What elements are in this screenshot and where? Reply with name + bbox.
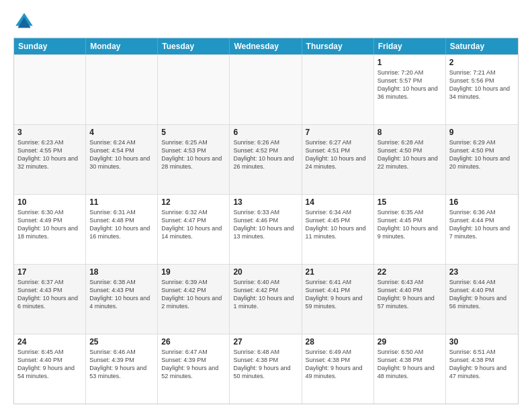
cell-info: Sunrise: 6:30 AM Sunset: 4:49 PM Dayligh… xyxy=(17,208,82,241)
cal-cell-r2-c2: 12Sunrise: 6:32 AM Sunset: 4:47 PM Dayli… xyxy=(158,195,230,264)
day-number: 1 xyxy=(378,58,442,67)
cell-info: Sunrise: 6:26 AM Sunset: 4:52 PM Dayligh… xyxy=(233,138,298,171)
header xyxy=(13,11,519,32)
cell-info: Sunrise: 6:32 AM Sunset: 4:47 PM Dayligh… xyxy=(161,208,226,241)
cell-info: Sunrise: 6:24 AM Sunset: 4:54 PM Dayligh… xyxy=(89,138,154,171)
header-day-wednesday: Wednesday xyxy=(230,38,302,54)
page: SundayMondayTuesdayWednesdayThursdayFrid… xyxy=(0,0,532,411)
day-number: 22 xyxy=(378,267,442,277)
calendar: SundayMondayTuesdayWednesdayThursdayFrid… xyxy=(13,38,519,404)
cell-info: Sunrise: 6:50 AM Sunset: 4:38 PM Dayligh… xyxy=(378,348,442,381)
header-day-monday: Monday xyxy=(86,38,158,54)
day-number: 4 xyxy=(89,128,154,137)
calendar-row-3: 17Sunrise: 6:37 AM Sunset: 4:43 PM Dayli… xyxy=(14,264,518,334)
cell-info: Sunrise: 6:51 AM Sunset: 4:38 PM Dayligh… xyxy=(449,348,515,381)
cell-info: Sunrise: 7:20 AM Sunset: 5:57 PM Dayligh… xyxy=(378,68,442,101)
day-number: 27 xyxy=(233,337,298,347)
day-number: 17 xyxy=(17,267,82,277)
day-number: 25 xyxy=(89,337,154,347)
day-number: 26 xyxy=(161,337,226,347)
cal-cell-r4-c1: 25Sunrise: 6:46 AM Sunset: 4:39 PM Dayli… xyxy=(86,334,158,404)
cell-info: Sunrise: 6:25 AM Sunset: 4:53 PM Dayligh… xyxy=(161,138,226,171)
day-number: 6 xyxy=(233,128,298,137)
day-number: 12 xyxy=(161,197,226,207)
calendar-row-2: 10Sunrise: 6:30 AM Sunset: 4:49 PM Dayli… xyxy=(14,194,518,264)
cal-cell-r2-c1: 11Sunrise: 6:31 AM Sunset: 4:48 PM Dayli… xyxy=(86,195,158,264)
cal-cell-r1-c2: 5Sunrise: 6:25 AM Sunset: 4:53 PM Daylig… xyxy=(158,125,230,194)
day-number: 16 xyxy=(449,197,515,207)
day-number: 28 xyxy=(306,337,370,347)
day-number: 3 xyxy=(17,128,82,137)
cell-info: Sunrise: 6:23 AM Sunset: 4:55 PM Dayligh… xyxy=(17,138,82,171)
cell-info: Sunrise: 6:41 AM Sunset: 4:41 PM Dayligh… xyxy=(306,278,370,311)
logo-icon xyxy=(13,11,35,32)
cal-cell-r3-c6: 23Sunrise: 6:44 AM Sunset: 4:40 PM Dayli… xyxy=(446,265,518,334)
cell-info: Sunrise: 6:44 AM Sunset: 4:40 PM Dayligh… xyxy=(449,278,515,311)
cal-cell-r3-c2: 19Sunrise: 6:39 AM Sunset: 4:42 PM Dayli… xyxy=(158,265,230,334)
cell-info: Sunrise: 6:37 AM Sunset: 4:43 PM Dayligh… xyxy=(17,278,82,311)
day-number: 19 xyxy=(161,267,226,277)
cal-cell-r0-c2 xyxy=(158,55,230,124)
cal-cell-r0-c6: 2Sunrise: 7:21 AM Sunset: 5:56 PM Daylig… xyxy=(446,55,518,124)
cell-info: Sunrise: 6:43 AM Sunset: 4:40 PM Dayligh… xyxy=(378,278,442,311)
cal-cell-r4-c4: 28Sunrise: 6:49 AM Sunset: 4:38 PM Dayli… xyxy=(302,334,374,404)
cal-cell-r1-c6: 9Sunrise: 6:29 AM Sunset: 4:50 PM Daylig… xyxy=(446,125,518,194)
cal-cell-r2-c4: 14Sunrise: 6:34 AM Sunset: 4:45 PM Dayli… xyxy=(302,195,374,264)
cal-cell-r3-c4: 21Sunrise: 6:41 AM Sunset: 4:41 PM Dayli… xyxy=(302,265,374,334)
cal-cell-r1-c3: 6Sunrise: 6:26 AM Sunset: 4:52 PM Daylig… xyxy=(230,125,302,194)
cell-info: Sunrise: 6:27 AM Sunset: 4:51 PM Dayligh… xyxy=(306,138,370,171)
cal-cell-r4-c2: 26Sunrise: 6:47 AM Sunset: 4:39 PM Dayli… xyxy=(158,334,230,404)
calendar-header: SundayMondayTuesdayWednesdayThursdayFrid… xyxy=(14,38,518,54)
cal-cell-r3-c1: 18Sunrise: 6:38 AM Sunset: 4:43 PM Dayli… xyxy=(86,265,158,334)
cal-cell-r0-c0 xyxy=(14,55,86,124)
cal-cell-r1-c1: 4Sunrise: 6:24 AM Sunset: 4:54 PM Daylig… xyxy=(86,125,158,194)
header-day-thursday: Thursday xyxy=(302,38,374,54)
cal-cell-r1-c5: 8Sunrise: 6:28 AM Sunset: 4:50 PM Daylig… xyxy=(374,125,446,194)
day-number: 24 xyxy=(17,337,82,347)
day-number: 11 xyxy=(89,197,154,207)
cell-info: Sunrise: 6:39 AM Sunset: 4:42 PM Dayligh… xyxy=(161,278,226,311)
cell-info: Sunrise: 6:47 AM Sunset: 4:39 PM Dayligh… xyxy=(161,348,226,381)
cell-info: Sunrise: 6:29 AM Sunset: 4:50 PM Dayligh… xyxy=(449,138,515,171)
cell-info: Sunrise: 6:31 AM Sunset: 4:48 PM Dayligh… xyxy=(89,208,154,241)
cal-cell-r4-c3: 27Sunrise: 6:48 AM Sunset: 4:38 PM Dayli… xyxy=(230,334,302,404)
day-number: 14 xyxy=(306,197,370,207)
cal-cell-r0-c3 xyxy=(230,55,302,124)
cal-cell-r0-c4 xyxy=(302,55,374,124)
cell-info: Sunrise: 7:21 AM Sunset: 5:56 PM Dayligh… xyxy=(449,68,515,101)
cal-cell-r2-c6: 16Sunrise: 6:36 AM Sunset: 4:44 PM Dayli… xyxy=(446,195,518,264)
cal-cell-r0-c5: 1Sunrise: 7:20 AM Sunset: 5:57 PM Daylig… xyxy=(374,55,446,124)
day-number: 21 xyxy=(306,267,370,277)
day-number: 9 xyxy=(449,128,515,137)
day-number: 30 xyxy=(449,337,515,347)
day-number: 8 xyxy=(378,128,442,137)
cell-info: Sunrise: 6:38 AM Sunset: 4:43 PM Dayligh… xyxy=(89,278,154,311)
day-number: 13 xyxy=(233,197,298,207)
calendar-row-1: 3Sunrise: 6:23 AM Sunset: 4:55 PM Daylig… xyxy=(14,124,518,194)
cell-info: Sunrise: 6:34 AM Sunset: 4:45 PM Dayligh… xyxy=(306,208,370,241)
day-number: 29 xyxy=(378,337,442,347)
cal-cell-r2-c5: 15Sunrise: 6:35 AM Sunset: 4:45 PM Dayli… xyxy=(374,195,446,264)
cal-cell-r2-c0: 10Sunrise: 6:30 AM Sunset: 4:49 PM Dayli… xyxy=(14,195,86,264)
cell-info: Sunrise: 6:28 AM Sunset: 4:50 PM Dayligh… xyxy=(378,138,442,171)
logo xyxy=(13,11,38,32)
cal-cell-r3-c5: 22Sunrise: 6:43 AM Sunset: 4:40 PM Dayli… xyxy=(374,265,446,334)
cal-cell-r3-c0: 17Sunrise: 6:37 AM Sunset: 4:43 PM Dayli… xyxy=(14,265,86,334)
cell-info: Sunrise: 6:35 AM Sunset: 4:45 PM Dayligh… xyxy=(378,208,442,241)
day-number: 23 xyxy=(449,267,515,277)
cell-info: Sunrise: 6:33 AM Sunset: 4:46 PM Dayligh… xyxy=(233,208,298,241)
cal-cell-r1-c0: 3Sunrise: 6:23 AM Sunset: 4:55 PM Daylig… xyxy=(14,125,86,194)
cal-cell-r3-c3: 20Sunrise: 6:40 AM Sunset: 4:42 PM Dayli… xyxy=(230,265,302,334)
cell-info: Sunrise: 6:36 AM Sunset: 4:44 PM Dayligh… xyxy=(449,208,515,241)
day-number: 7 xyxy=(306,128,370,137)
day-number: 18 xyxy=(89,267,154,277)
cell-info: Sunrise: 6:40 AM Sunset: 4:42 PM Dayligh… xyxy=(233,278,298,311)
day-number: 5 xyxy=(161,128,226,137)
cell-info: Sunrise: 6:45 AM Sunset: 4:40 PM Dayligh… xyxy=(17,348,82,381)
day-number: 15 xyxy=(378,197,442,207)
cal-cell-r2-c3: 13Sunrise: 6:33 AM Sunset: 4:46 PM Dayli… xyxy=(230,195,302,264)
header-day-saturday: Saturday xyxy=(446,38,518,54)
cal-cell-r4-c5: 29Sunrise: 6:50 AM Sunset: 4:38 PM Dayli… xyxy=(374,334,446,404)
cell-info: Sunrise: 6:48 AM Sunset: 4:38 PM Dayligh… xyxy=(233,348,298,381)
calendar-row-0: 1Sunrise: 7:20 AM Sunset: 5:57 PM Daylig… xyxy=(14,54,518,124)
